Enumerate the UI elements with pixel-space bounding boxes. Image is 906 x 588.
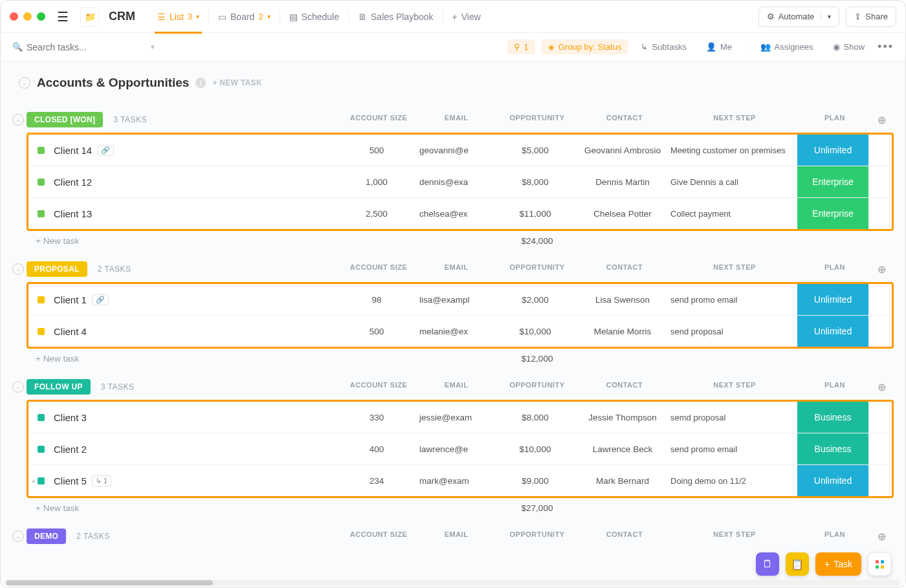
col-plan[interactable]: PLAN bbox=[799, 530, 870, 543]
col-account-size[interactable]: ACCOUNT SIZE bbox=[340, 263, 417, 276]
info-icon[interactable]: i bbox=[195, 78, 206, 88]
cell-next-step[interactable]: semd proposal bbox=[668, 402, 797, 433]
show-chip[interactable]: ◉ Show bbox=[826, 39, 872, 54]
col-contact[interactable]: CONTACT bbox=[579, 381, 670, 393]
cell-plan[interactable]: Unlimited bbox=[797, 284, 868, 315]
task-name[interactable]: Client 12 bbox=[54, 177, 228, 188]
chevron-down-icon[interactable] bbox=[821, 13, 831, 20]
cell-account-size[interactable]: 2,500 bbox=[338, 198, 415, 229]
link-badge[interactable]: 🔗 bbox=[92, 294, 109, 305]
collapse-icon[interactable]: ⌄ bbox=[12, 114, 24, 125]
status-square[interactable] bbox=[38, 296, 45, 303]
col-contact[interactable]: CONTACT bbox=[579, 263, 670, 276]
cell-contact[interactable]: Mark Bernard bbox=[577, 465, 668, 496]
tab-list[interactable]: ☰ List 3 bbox=[148, 1, 208, 33]
cell-account-size[interactable]: 500 bbox=[338, 316, 415, 347]
col-email[interactable]: EMAIL bbox=[417, 381, 495, 393]
link-badge[interactable]: 🔗 bbox=[97, 145, 114, 156]
search-input[interactable] bbox=[27, 42, 140, 52]
cell-next-step[interactable]: Give Dennis a call bbox=[668, 166, 797, 197]
cell-email[interactable]: melanie@ex bbox=[415, 316, 493, 347]
cell-contact[interactable]: Lawrence Beck bbox=[577, 433, 668, 464]
col-account-size[interactable]: ACCOUNT SIZE bbox=[340, 114, 417, 126]
cell-contact[interactable]: Dennis Martin bbox=[577, 166, 668, 197]
cell-account-size[interactable]: 400 bbox=[338, 433, 415, 464]
maximize-window[interactable] bbox=[37, 12, 45, 21]
task-name[interactable]: Client 14 🔗 bbox=[54, 145, 228, 156]
cell-contact[interactable]: Lisa Swenson bbox=[577, 284, 668, 315]
cell-opportunity[interactable]: $8,000 bbox=[493, 166, 577, 197]
add-column-icon[interactable]: ⊕ bbox=[870, 114, 894, 126]
cell-contact[interactable]: Chelsea Potter bbox=[577, 198, 668, 229]
more-menu[interactable]: ••• bbox=[878, 40, 894, 54]
subtasks-chip[interactable]: ↳ Subtasks bbox=[634, 39, 692, 54]
cell-email[interactable]: geovanni@e bbox=[415, 135, 493, 166]
table-row[interactable]: Client 2 400 lawrence@e $10,000 Lawrence… bbox=[28, 433, 892, 465]
cell-account-size[interactable]: 1,000 bbox=[338, 166, 415, 197]
cell-email[interactable]: jessie@exam bbox=[415, 402, 493, 433]
collapse-icon[interactable]: ⌄ bbox=[12, 381, 24, 393]
folder-icon[interactable]: 📁 bbox=[80, 7, 100, 27]
search-wrap[interactable]: 🔍 bbox=[12, 42, 155, 52]
tab-playbook[interactable]: 🗎 Sales Playbook bbox=[349, 1, 443, 33]
table-row[interactable]: Client 1 🔗 98 lisa@exampl $2,000 Lisa Sw… bbox=[28, 284, 892, 316]
table-row[interactable]: Client 4 500 melanie@ex $10,000 Melanie … bbox=[28, 316, 892, 347]
status-pill[interactable]: DEMO bbox=[27, 528, 66, 544]
cell-plan[interactable]: Enterprise bbox=[797, 166, 868, 197]
clipboard-fab[interactable]: 📋 bbox=[786, 552, 809, 576]
task-name[interactable]: Client 1 🔗 bbox=[54, 294, 228, 305]
tab-add-view[interactable]: + View bbox=[443, 1, 490, 33]
add-column-icon[interactable]: ⊕ bbox=[870, 381, 894, 393]
new-task-button[interactable]: + New task bbox=[36, 503, 79, 513]
status-pill[interactable]: PROPOSAL bbox=[27, 261, 87, 277]
table-row[interactable]: Client 13 2,500 chelsea@ex $11,000 Chels… bbox=[28, 198, 892, 229]
cell-contact[interactable]: Geovanni Ambrosio bbox=[577, 135, 668, 166]
notepad-fab[interactable]: 🗒 bbox=[756, 552, 779, 576]
subtask-badge[interactable]: ↳ 1 bbox=[92, 475, 111, 486]
collapse-icon[interactable]: ⌄ bbox=[12, 263, 24, 275]
me-chip[interactable]: 👤 Me bbox=[700, 39, 738, 54]
filter-chip[interactable]: ⚲ 1 bbox=[507, 39, 535, 54]
cell-opportunity[interactable]: $2,000 bbox=[493, 284, 577, 315]
cell-plan[interactable]: Business bbox=[797, 402, 868, 433]
table-row[interactable]: ▸ Client 5 ↳ 1 234 mark@exam $9,000 Mark… bbox=[28, 465, 892, 496]
task-name[interactable]: Client 4 bbox=[54, 326, 228, 337]
collapse-icon[interactable]: ⌄ bbox=[12, 530, 24, 542]
status-square[interactable] bbox=[38, 147, 45, 154]
cell-contact[interactable]: Melanie Morris bbox=[577, 316, 668, 347]
cell-email[interactable]: mark@exam bbox=[415, 465, 493, 496]
status-pill[interactable]: CLOSED [WON] bbox=[27, 112, 103, 127]
share-button[interactable]: ⇪ Share bbox=[846, 6, 896, 27]
new-task-button[interactable]: + New task bbox=[36, 354, 79, 364]
cell-opportunity[interactable]: $5,000 bbox=[493, 135, 577, 166]
cell-next-step[interactable]: send proposal bbox=[668, 316, 797, 347]
col-opportunity[interactable]: OPPORTUNITY bbox=[495, 530, 579, 543]
task-name[interactable]: Client 5 ↳ 1 bbox=[54, 475, 228, 486]
status-square[interactable] bbox=[38, 477, 45, 485]
col-contact[interactable]: CONTACT bbox=[579, 530, 670, 543]
cell-plan[interactable]: Business bbox=[797, 433, 868, 464]
table-row[interactable]: Client 3 330 jessie@exam $8,000 Jessie T… bbox=[28, 402, 892, 433]
col-email[interactable]: EMAIL bbox=[417, 530, 495, 543]
cell-email[interactable]: chelsea@ex bbox=[415, 198, 493, 229]
col-plan[interactable]: PLAN bbox=[799, 114, 870, 126]
cell-plan[interactable]: Unlimited bbox=[797, 135, 868, 166]
scrollbar-thumb[interactable] bbox=[6, 580, 213, 585]
add-column-icon[interactable]: ⊕ bbox=[870, 530, 894, 543]
cell-plan[interactable]: Unlimited bbox=[797, 465, 868, 496]
add-column-icon[interactable]: ⊕ bbox=[870, 263, 894, 276]
cell-plan[interactable]: Enterprise bbox=[797, 198, 868, 229]
cell-account-size[interactable]: 234 bbox=[338, 465, 415, 496]
col-account-size[interactable]: ACCOUNT SIZE bbox=[340, 381, 417, 393]
col-plan[interactable]: PLAN bbox=[799, 263, 870, 276]
tab-board[interactable]: ▭ Board 2 bbox=[209, 1, 280, 33]
collapse-icon[interactable]: ⌄ bbox=[19, 77, 30, 89]
cell-next-step[interactable]: send promo email bbox=[668, 284, 797, 315]
cell-next-step[interactable]: Doing demo on 11/2 bbox=[668, 465, 797, 496]
task-name[interactable]: Client 2 bbox=[54, 444, 228, 455]
cell-plan[interactable]: Unlimited bbox=[797, 316, 868, 347]
col-account-size[interactable]: ACCOUNT SIZE bbox=[340, 530, 417, 543]
col-email[interactable]: EMAIL bbox=[417, 263, 495, 276]
col-contact[interactable]: CONTACT bbox=[579, 114, 670, 126]
cell-opportunity[interactable]: $10,000 bbox=[493, 316, 577, 347]
